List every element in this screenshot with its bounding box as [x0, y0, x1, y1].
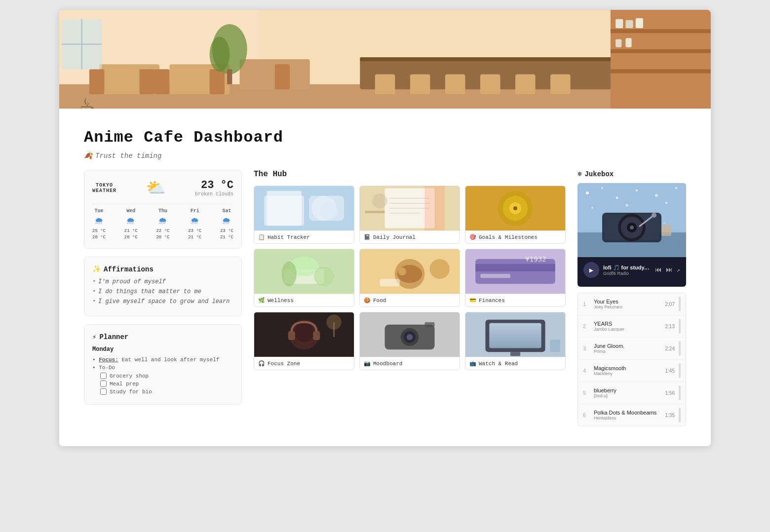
svg-point-54	[513, 206, 517, 210]
hub-card-focus[interactable]: 🎧 Focus Zone	[254, 312, 354, 370]
weather-main-icon: ⛅	[146, 178, 166, 198]
affirmations-section: ✨ Affirmations I'm proud of myself I do …	[84, 257, 242, 316]
wellness-icon: 🌿	[258, 297, 265, 304]
svg-point-97	[591, 207, 593, 209]
hub-card-daily-journal[interactable]: 📓 Daily Journal	[359, 186, 460, 244]
weather-city: TOKYO	[92, 183, 116, 188]
goals-label: Goals & Milestones	[479, 234, 538, 240]
planner-focus: • Focus: Eat well and look after myself	[92, 357, 233, 363]
affirmation-3: I give myself space to grow and learn	[92, 298, 233, 305]
page-title: Anime Cafe Dashboard	[84, 128, 686, 147]
playlist-item-6[interactable]: 6 Polka Dots & Moonbeams Hentaidesu 1:35	[578, 404, 686, 426]
hub-title: The Hub	[254, 170, 566, 179]
svg-rect-75	[313, 331, 320, 340]
hub-card-wellness[interactable]: 🌿 Wellness	[254, 249, 354, 307]
svg-point-59	[314, 266, 334, 286]
affirmations-icon: ✨	[92, 265, 101, 273]
hub-card-food[interactable]: 🍪 Food	[359, 249, 460, 307]
weather-description: broken clouds	[195, 191, 233, 197]
todo-grocery[interactable]: Grocery shop	[92, 373, 233, 379]
weather-sublabel: WEATHER	[92, 188, 116, 193]
svg-point-82	[407, 334, 413, 340]
svg-point-108	[652, 213, 656, 218]
prev-button[interactable]: ⏮	[655, 266, 662, 274]
play-button[interactable]: ▶	[583, 262, 599, 278]
hub-card-moodboard[interactable]: 📷 Moodboard	[359, 312, 460, 370]
forecast-wed: Wed 🌧 21 °C20 °C	[124, 208, 138, 240]
svg-text:¥1932: ¥1932	[525, 255, 546, 263]
svg-rect-34	[59, 10, 711, 109]
playlist-item-4[interactable]: 4 Magicsmooth Mackleny 1:45	[578, 360, 686, 382]
jukebox-section: ❄️ Jukebox	[578, 170, 686, 426]
hub-card-goals[interactable]: 🎯 Goals & Milestones	[465, 186, 566, 244]
affirmation-1: I'm proud of myself	[92, 278, 233, 285]
svg-point-95	[655, 194, 658, 197]
playlist-item-1[interactable]: 1 Your Eyes Joey Pecoraro 2:07	[578, 293, 686, 315]
hub-grid: 📋 Habit Tracker	[254, 186, 566, 370]
planner-todo-label: • To-Do	[92, 365, 233, 371]
finances-label: Finances	[479, 298, 505, 304]
todo-meal[interactable]: Meal prep	[92, 380, 233, 387]
daily-journal-icon: 📓	[364, 234, 371, 240]
svg-point-96	[675, 187, 677, 189]
planner-title: Planner	[99, 333, 128, 341]
todo-checkbox-study[interactable]	[100, 388, 107, 395]
affirmation-2: I do things that matter to me	[92, 288, 233, 295]
hub-card-finances[interactable]: ¥1932 💳 Finances	[465, 249, 566, 307]
food-label: Food	[373, 298, 386, 304]
affirmations-title: Affirmations	[104, 266, 154, 273]
svg-point-94	[636, 190, 638, 191]
svg-point-106	[630, 226, 634, 229]
playlist: 1 Your Eyes Joey Pecoraro 2:07 2 YEARS J…	[578, 293, 686, 426]
svg-rect-88	[510, 352, 520, 356]
wellness-label: Wellness	[268, 298, 294, 304]
svg-rect-64	[380, 279, 399, 286]
todo-checkbox-meal[interactable]	[100, 380, 107, 387]
share-button[interactable]: ↗	[677, 266, 680, 274]
svg-point-48	[372, 193, 387, 208]
planner-icon: ⚡	[92, 333, 96, 341]
tagline: 🍂 Trust the timing	[84, 152, 686, 160]
left-sidebar: TOKYO WEATHER ⛅ 23 °C broken clouds Tue …	[84, 170, 242, 405]
affirmations-list: I'm proud of myself I do things that mat…	[92, 278, 233, 305]
svg-rect-68	[475, 264, 555, 271]
svg-rect-87	[489, 323, 541, 348]
svg-rect-37	[267, 191, 302, 226]
todo-checkbox-grocery[interactable]	[100, 373, 107, 379]
forecast-sat: Sat 🌧 23 °C21 °C	[220, 208, 233, 240]
focus-label: Focus Zone	[268, 361, 300, 367]
planner-section: ⚡ Planner Monday • Focus: Eat well and l…	[84, 324, 242, 405]
moodboard-icon: 📷	[364, 360, 371, 367]
player-track: lofi 🎵 for study, chill, and...	[603, 265, 651, 271]
weather-widget: TOKYO WEATHER ⛅ 23 °C broken clouds Tue …	[84, 170, 242, 249]
weather-temperature: 23 °C	[195, 179, 233, 191]
svg-point-92	[601, 187, 603, 189]
svg-point-73	[294, 322, 314, 342]
hub-card-watch-read[interactable]: 📺 Watch & Read	[465, 312, 566, 370]
next-button[interactable]: ⏭	[666, 266, 673, 274]
playlist-item-5[interactable]: 5 blueberry {bsd.u} 1:56	[578, 382, 686, 404]
habit-tracker-label: Habit Tracker	[268, 234, 310, 240]
svg-rect-83	[424, 322, 434, 327]
tagline-icon: 🍂	[84, 152, 92, 160]
hub-section: The Hub	[254, 170, 566, 370]
svg-rect-40	[309, 196, 344, 221]
jukebox-icon: ❄️	[578, 170, 581, 178]
tagline-text: Trust the timing	[95, 152, 161, 160]
todo-study[interactable]: Study for bio	[92, 388, 233, 395]
playlist-item-2[interactable]: 2 YEARS Jambo Lacquer 2:13	[578, 315, 686, 338]
forecast-fri: Fri 🌧 23 °C21 °C	[188, 208, 201, 240]
svg-rect-47	[424, 186, 444, 230]
finances-icon: 💳	[469, 297, 476, 304]
jukebox-image	[578, 183, 686, 257]
svg-point-63	[398, 267, 406, 275]
svg-point-91	[586, 191, 589, 194]
svg-rect-109	[661, 225, 671, 236]
forecast-thu: Thu 🌧 22 °C20 °C	[156, 208, 169, 240]
svg-point-98	[626, 204, 628, 207]
svg-rect-74	[288, 331, 295, 340]
svg-rect-49	[365, 211, 385, 213]
hub-card-habit-tracker[interactable]: 📋 Habit Tracker	[254, 186, 354, 244]
playlist-item-3[interactable]: 3 June Gloom. Prima 2:24	[578, 338, 686, 360]
watch-read-icon: 📺	[469, 360, 476, 367]
